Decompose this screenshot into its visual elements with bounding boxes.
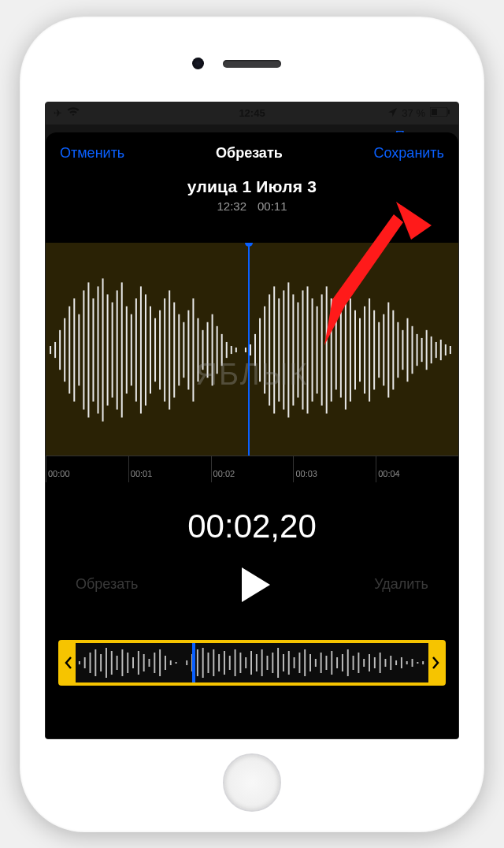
waveform-icon	[46, 243, 458, 456]
cancel-button[interactable]: Отменить	[60, 145, 124, 162]
location-icon	[388, 107, 397, 119]
battery-icon	[430, 107, 450, 119]
status-bar: ✈︎ 12:45 37 %	[46, 102, 458, 125]
trim-handle-right[interactable]	[428, 643, 443, 682]
playback-controls: Обрезать Удалить	[46, 566, 458, 604]
recording-duration: 00:11	[258, 199, 287, 213]
front-camera	[192, 58, 204, 69]
waveform-area[interactable]: ЯБЛЫК	[46, 243, 458, 456]
airplane-mode-icon: ✈︎	[54, 107, 62, 119]
modal-title: Обрезать	[216, 145, 283, 162]
trim-modal: Отменить Обрезать Сохранить улица 1 Июля…	[46, 132, 458, 738]
screen: ✈︎ 12:45 37 % Править Отм	[45, 102, 459, 739]
trim-action-button[interactable]: Обрезать	[76, 576, 138, 593]
chevron-left-icon	[65, 656, 72, 669]
ruler-tick: 00:03	[293, 456, 376, 482]
status-time: 12:45	[239, 107, 265, 119]
svg-rect-2	[448, 110, 450, 114]
trim-waveform	[76, 643, 428, 682]
modal-header: Отменить Обрезать Сохранить	[46, 132, 458, 165]
play-icon	[239, 566, 273, 604]
trim-scrubber[interactable]	[58, 640, 446, 686]
chevron-right-icon	[432, 656, 439, 669]
ruler-tick: 00:01	[128, 456, 211, 482]
status-left: ✈︎	[54, 107, 80, 119]
save-button[interactable]: Сохранить	[374, 145, 444, 162]
ruler-tick: 00:02	[211, 456, 294, 482]
playhead[interactable]	[248, 243, 250, 456]
svg-rect-1	[432, 109, 437, 115]
home-button[interactable]	[223, 753, 281, 812]
ruler-tick: 00:00	[46, 456, 128, 482]
iphone-frame: ✈︎ 12:45 37 % Править Отм	[20, 17, 484, 832]
wifi-icon	[67, 107, 80, 119]
ruler-tick: 00:04	[376, 456, 458, 482]
play-button[interactable]	[239, 566, 273, 604]
battery-percent: 37 %	[402, 107, 425, 119]
mini-waveform-icon	[76, 643, 428, 682]
time-ruler: 00:00 00:01 00:02 00:03 00:04	[46, 456, 458, 482]
recording-title: улица 1 Июля 3	[46, 177, 458, 196]
delete-action-button[interactable]: Удалить	[374, 576, 428, 593]
recording-time: 12:32	[217, 199, 246, 213]
recording-meta: 12:32 00:11	[46, 199, 458, 213]
trim-playhead[interactable]	[192, 643, 195, 682]
timecode: 00:02,20	[46, 508, 458, 545]
speaker-grille	[223, 60, 281, 68]
status-right: 37 %	[388, 107, 450, 119]
trim-handle-left[interactable]	[61, 643, 76, 682]
